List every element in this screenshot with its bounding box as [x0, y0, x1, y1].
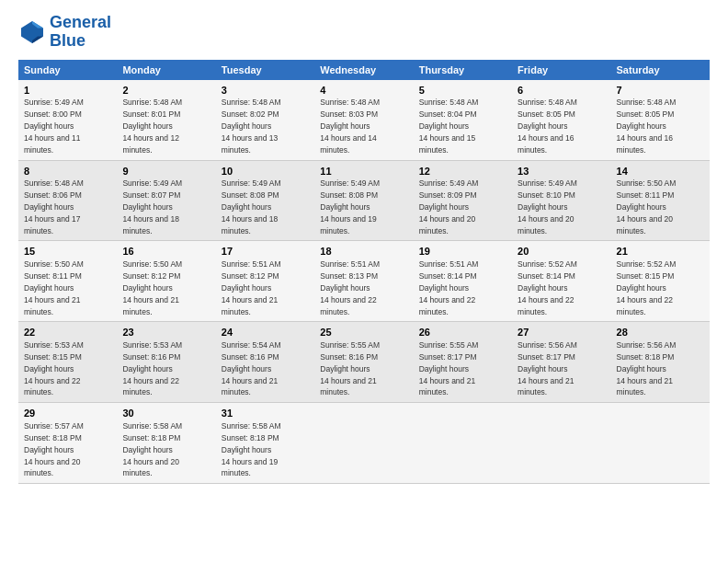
- svg-marker-0: [21, 21, 43, 43]
- sunset: Sunset: 8:15 PM: [24, 352, 82, 362]
- day-number: 24: [222, 326, 309, 339]
- calendar-week-3: 15Sunrise: 5:50 AMSunset: 8:11 PMDayligh…: [18, 241, 710, 322]
- sunset: Sunset: 8:11 PM: [24, 271, 82, 281]
- day-header-thursday: Thursday: [414, 60, 512, 80]
- daylight-label: Daylight hours: [222, 445, 271, 454]
- daylight-value: 14 hours and 16 minutes.: [518, 133, 574, 155]
- sunset: Sunset: 8:09 PM: [419, 190, 477, 200]
- daylight-label: Daylight hours: [122, 121, 172, 131]
- calendar-cell: 1Sunrise: 5:49 AMSunset: 8:00 PMDaylight…: [18, 80, 117, 160]
- calendar-cell: 29Sunrise: 5:57 AMSunset: 8:18 PMDayligh…: [18, 403, 117, 484]
- sunset: Sunset: 8:03 PM: [320, 109, 378, 119]
- day-number: 25: [320, 326, 407, 339]
- sunrise: Sunrise: 5:51 AM: [320, 259, 380, 269]
- logo: General Blue: [18, 14, 111, 51]
- daylight-label: Daylight hours: [24, 121, 74, 131]
- calendar-week-4: 22Sunrise: 5:53 AMSunset: 8:15 PMDayligh…: [18, 322, 710, 403]
- day-number: 7: [617, 84, 704, 98]
- daylight-value: 14 hours and 21 minutes.: [518, 376, 574, 397]
- day-number: 1: [24, 84, 111, 98]
- sunrise: Sunrise: 5:49 AM: [122, 178, 182, 188]
- daylight-value: 14 hours and 22 minutes.: [518, 295, 574, 316]
- sunset: Sunset: 8:14 PM: [518, 271, 575, 281]
- daylight-label: Daylight hours: [419, 364, 469, 373]
- daylight-value: 14 hours and 22 minutes.: [419, 295, 475, 316]
- day-number: 29: [24, 407, 111, 420]
- daylight-value: 14 hours and 20 minutes.: [122, 457, 178, 478]
- sunrise: Sunrise: 5:48 AM: [617, 98, 677, 107]
- calendar-cell: 19Sunrise: 5:51 AMSunset: 8:14 PMDayligh…: [414, 241, 512, 322]
- day-number: 13: [518, 165, 605, 178]
- calendar-body: 1Sunrise: 5:49 AMSunset: 8:00 PMDaylight…: [18, 80, 710, 484]
- sunrise: Sunrise: 5:48 AM: [419, 98, 479, 107]
- day-header-monday: Monday: [117, 60, 215, 80]
- day-number: 30: [122, 407, 210, 420]
- daylight-label: Daylight hours: [518, 364, 567, 373]
- daylight-label: Daylight hours: [222, 202, 271, 212]
- daylight-value: 14 hours and 20 minutes.: [24, 457, 80, 478]
- day-number: 16: [122, 245, 210, 259]
- daylight-label: Daylight hours: [617, 283, 666, 293]
- calendar-week-2: 8Sunrise: 5:48 AMSunset: 8:06 PMDaylight…: [18, 160, 710, 241]
- sunset: Sunset: 8:18 PM: [122, 433, 180, 442]
- daylight-value: 14 hours and 21 minutes.: [320, 376, 376, 397]
- day-header-sunday: Sunday: [18, 60, 117, 80]
- day-number: 9: [122, 165, 210, 178]
- daylight-value: 14 hours and 20 minutes.: [419, 214, 475, 236]
- sunrise: Sunrise: 5:53 AM: [122, 340, 182, 350]
- sunrise: Sunrise: 5:58 AM: [222, 421, 281, 431]
- day-number: 20: [518, 245, 605, 259]
- calendar-cell: [611, 403, 710, 484]
- day-number: 8: [24, 165, 111, 178]
- daylight-value: 14 hours and 18 minutes.: [122, 214, 178, 236]
- calendar-cell: [512, 403, 610, 484]
- sunrise: Sunrise: 5:48 AM: [222, 98, 281, 107]
- sunset: Sunset: 8:16 PM: [122, 352, 180, 362]
- calendar-cell: 6Sunrise: 5:48 AMSunset: 8:05 PMDaylight…: [512, 80, 610, 160]
- day-number: 22: [24, 326, 111, 339]
- day-number: 27: [518, 326, 605, 339]
- daylight-value: 14 hours and 21 minutes.: [24, 295, 80, 316]
- daylight-value: 14 hours and 20 minutes.: [518, 214, 574, 236]
- day-number: 21: [617, 245, 704, 259]
- day-number: 11: [320, 165, 407, 178]
- sunset: Sunset: 8:18 PM: [617, 352, 675, 362]
- daylight-value: 14 hours and 16 minutes.: [617, 133, 673, 155]
- calendar-cell: 7Sunrise: 5:48 AMSunset: 8:05 PMDaylight…: [611, 80, 710, 160]
- sunset: Sunset: 8:18 PM: [24, 433, 82, 442]
- header: General Blue: [18, 14, 710, 51]
- calendar-cell: 3Sunrise: 5:48 AMSunset: 8:02 PMDaylight…: [216, 80, 314, 160]
- sunset: Sunset: 8:12 PM: [222, 271, 279, 281]
- day-header-wednesday: Wednesday: [314, 60, 413, 80]
- sunrise: Sunrise: 5:52 AM: [518, 259, 577, 269]
- daylight-value: 14 hours and 11 minutes.: [24, 133, 80, 155]
- day-header-saturday: Saturday: [611, 60, 710, 80]
- day-number: 19: [419, 245, 506, 259]
- calendar-cell: 22Sunrise: 5:53 AMSunset: 8:15 PMDayligh…: [18, 322, 117, 403]
- daylight-value: 14 hours and 22 minutes.: [617, 295, 673, 316]
- day-number: 4: [320, 84, 407, 98]
- day-number: 3: [222, 84, 309, 98]
- daylight-label: Daylight hours: [617, 202, 666, 212]
- sunset: Sunset: 8:12 PM: [122, 271, 180, 281]
- daylight-value: 14 hours and 22 minutes.: [24, 376, 80, 397]
- sunset: Sunset: 8:17 PM: [419, 352, 477, 362]
- sunrise: Sunrise: 5:49 AM: [222, 178, 281, 188]
- daylight-value: 14 hours and 19 minutes.: [320, 214, 376, 236]
- sunrise: Sunrise: 5:49 AM: [419, 178, 479, 188]
- calendar-cell: [414, 403, 512, 484]
- sunset: Sunset: 8:05 PM: [617, 109, 675, 119]
- sunset: Sunset: 8:17 PM: [518, 352, 575, 362]
- sunrise: Sunrise: 5:52 AM: [617, 259, 677, 269]
- daylight-label: Daylight hours: [24, 202, 74, 212]
- sunset: Sunset: 8:04 PM: [419, 109, 477, 119]
- sunrise: Sunrise: 5:57 AM: [24, 421, 84, 431]
- daylight-value: 14 hours and 22 minutes.: [320, 295, 376, 316]
- calendar-cell: 28Sunrise: 5:56 AMSunset: 8:18 PMDayligh…: [611, 322, 710, 403]
- page: General Blue SundayMondayTuesdayWednesda…: [0, 0, 728, 563]
- sunrise: Sunrise: 5:50 AM: [617, 178, 677, 188]
- calendar-cell: 11Sunrise: 5:49 AMSunset: 8:08 PMDayligh…: [314, 160, 413, 241]
- day-header-tuesday: Tuesday: [216, 60, 314, 80]
- calendar-cell: 10Sunrise: 5:49 AMSunset: 8:08 PMDayligh…: [216, 160, 314, 241]
- daylight-value: 14 hours and 19 minutes.: [222, 457, 278, 478]
